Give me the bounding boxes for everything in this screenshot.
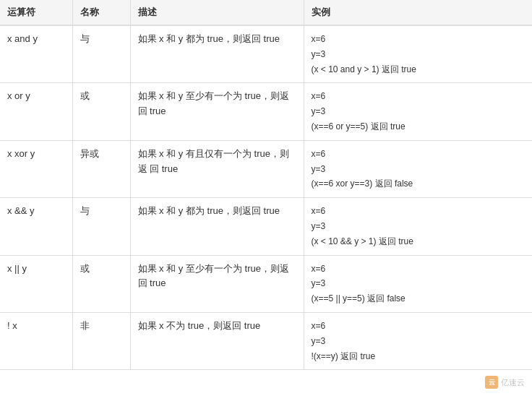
- cell-description: 如果 x 和 y 至少有一个为 true，则返回 true: [130, 255, 304, 312]
- cell-name: 或: [72, 255, 130, 312]
- cell-operator: x && y: [0, 198, 72, 255]
- header-example: 实例: [304, 0, 532, 25]
- cell-example: x=6 y=3 !(x==y) 返回 true: [304, 312, 532, 369]
- watermark-logo: 云: [485, 376, 498, 389]
- table-row: x and y与如果 x 和 y 都为 true，则返回 truex=6 y=3…: [0, 25, 532, 83]
- cell-name: 与: [72, 25, 130, 83]
- table-header-row: 运算符 名称 描述 实例: [0, 0, 532, 25]
- watermark: 云 亿速云: [485, 376, 525, 389]
- cell-example: x=6 y=3 (x==6 or y==5) 返回 true: [304, 83, 532, 140]
- table-row: x xor y异或如果 x 和 y 有且仅有一个为 true，则返 回 true…: [0, 140, 532, 197]
- cell-description: 如果 x 和 y 都为 true，则返回 true: [130, 198, 304, 255]
- cell-example: x=6 y=3 (x==6 xor y==3) 返回 false: [304, 140, 532, 197]
- cell-description: 如果 x 和 y 至少有一个为 true，则返回 true: [130, 83, 304, 140]
- cell-description: 如果 x 不为 true，则返回 true: [130, 312, 304, 369]
- cell-operator: x || y: [0, 255, 72, 312]
- cell-operator: x or y: [0, 83, 72, 140]
- table-row: ! x非如果 x 不为 true，则返回 truex=6 y=3 !(x==y)…: [0, 312, 532, 369]
- cell-operator: x and y: [0, 25, 72, 83]
- cell-example: x=6 y=3 (x==5 || y==5) 返回 false: [304, 255, 532, 312]
- watermark-text: 亿速云: [501, 377, 525, 388]
- cell-example: x=6 y=3 (x < 10 && y > 1) 返回 true: [304, 198, 532, 255]
- header-name: 名称: [72, 0, 130, 25]
- header-operator: 运算符: [0, 0, 72, 25]
- cell-operator: x xor y: [0, 140, 72, 197]
- cell-description: 如果 x 和 y 有且仅有一个为 true，则返 回 true: [130, 140, 304, 197]
- table-row: x && y与如果 x 和 y 都为 true，则返回 truex=6 y=3 …: [0, 198, 532, 255]
- cell-description: 如果 x 和 y 都为 true，则返回 true: [130, 25, 304, 83]
- table-row: x || y或如果 x 和 y 至少有一个为 true，则返回 truex=6 …: [0, 255, 532, 312]
- header-description: 描述: [130, 0, 304, 25]
- operators-table: 运算符 名称 描述 实例 x and y与如果 x 和 y 都为 true，则返…: [0, 0, 532, 370]
- cell-name: 异或: [72, 140, 130, 197]
- cell-name: 或: [72, 83, 130, 140]
- cell-operator: ! x: [0, 312, 72, 369]
- table-row: x or y或如果 x 和 y 至少有一个为 true，则返回 truex=6 …: [0, 83, 532, 140]
- cell-example: x=6 y=3 (x < 10 and y > 1) 返回 true: [304, 25, 532, 83]
- cell-name: 与: [72, 198, 130, 255]
- cell-name: 非: [72, 312, 130, 369]
